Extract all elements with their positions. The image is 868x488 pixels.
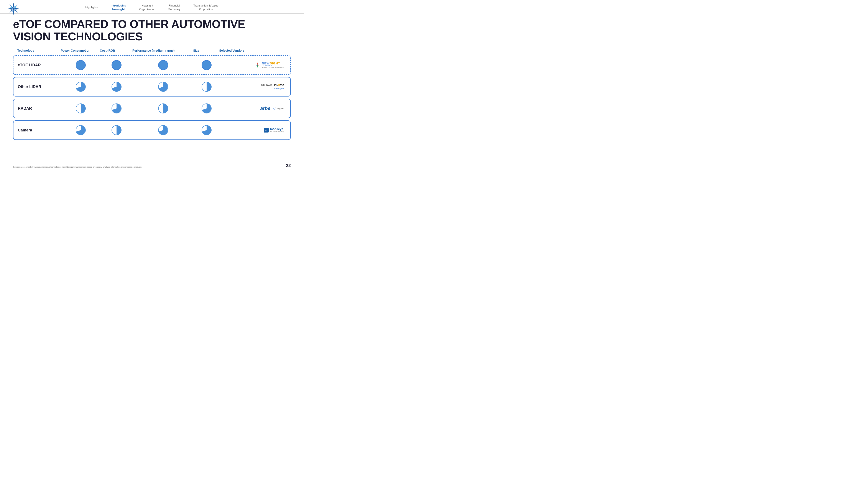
row-camera: Camera xyxy=(13,120,291,140)
svg-marker-23 xyxy=(256,63,257,65)
svg-marker-20 xyxy=(257,65,258,68)
other-lidar-performance xyxy=(133,81,193,92)
nav-organization[interactable]: NewsightOrganization xyxy=(139,4,155,11)
radar-power xyxy=(61,103,100,114)
logo xyxy=(6,2,21,17)
svg-marker-25 xyxy=(258,63,259,65)
other-lidar-size xyxy=(193,81,220,92)
newsight-logo: NEWSIGHT IMAGING WHERE TECHNOLOGY SHINES xyxy=(254,62,284,69)
camera-size xyxy=(193,125,220,136)
vayyar-logo: ◁) vayyar xyxy=(273,107,284,110)
col-size: Size xyxy=(193,49,219,52)
page-title: eTOF COMPARED TO OTHER AUTOMOTIVE VISION… xyxy=(13,18,291,43)
other-lidar-power xyxy=(61,81,100,92)
col-vendors: Selected Vendors xyxy=(219,49,286,52)
etof-size xyxy=(193,59,220,71)
col-performance: Performance (medium range) xyxy=(132,49,193,52)
nav-financial[interactable]: FinancialSummary xyxy=(168,4,181,11)
svg-point-14 xyxy=(15,6,16,8)
svg-point-12 xyxy=(12,8,15,10)
table-header: Technology Power Consumption Cost (ROI) … xyxy=(13,47,291,54)
col-technology: Technology xyxy=(18,49,61,52)
svg-point-17 xyxy=(158,60,168,70)
row-etof-lidar: eTOF LiDAR xyxy=(13,55,291,75)
main-content: eTOF COMPARED TO OTHER AUTOMOTIVE VISION… xyxy=(0,14,304,144)
svg-marker-22 xyxy=(258,65,260,65)
svg-point-16 xyxy=(112,60,121,70)
nav-highlights[interactable]: Highlights xyxy=(85,6,98,9)
col-power: Power Consumption xyxy=(61,49,100,52)
luminar-logo: LUMINAR xyxy=(260,84,272,86)
nav-introducing[interactable]: IntroducingNewsight xyxy=(111,4,126,11)
row-radar: RADAR xyxy=(13,99,291,118)
camera-vendors: m mobileye An Intel Company xyxy=(220,128,286,133)
tech-name-radar: RADAR xyxy=(18,106,61,111)
radar-vendors: arbe ◁) vayyar xyxy=(220,106,286,111)
radar-cost xyxy=(100,103,133,114)
arbe-logo: arbe xyxy=(260,106,270,111)
velodyne-logo: Velodyne xyxy=(274,87,284,90)
footer: Source: Assessment of various automotive… xyxy=(13,163,291,168)
svg-point-15 xyxy=(76,60,86,70)
row-other-lidar: Other LiDAR xyxy=(13,77,291,97)
mobileye-logo: m mobileye An Intel Company xyxy=(264,128,284,133)
camera-cost xyxy=(100,125,133,136)
svg-marker-24 xyxy=(258,65,259,67)
svg-marker-21 xyxy=(255,65,257,65)
other-lidar-vendors: LUMINAR INNOVIZ Velodyne xyxy=(220,84,286,90)
camera-power xyxy=(61,125,100,136)
navigation-bar: Highlights IntroducingNewsight NewsightO… xyxy=(0,0,304,14)
source-text: Source: Assessment of various automotive… xyxy=(13,166,142,168)
etof-cost xyxy=(100,59,133,71)
svg-marker-26 xyxy=(256,65,257,67)
svg-point-18 xyxy=(202,60,211,70)
svg-marker-19 xyxy=(257,62,258,65)
svg-point-13 xyxy=(11,6,12,8)
tech-name-other-lidar: Other LiDAR xyxy=(18,85,61,89)
radar-performance xyxy=(133,103,193,114)
etof-vendors: NEWSIGHT IMAGING WHERE TECHNOLOGY SHINES xyxy=(220,62,286,69)
tech-name-camera: Camera xyxy=(18,128,61,132)
camera-performance xyxy=(133,125,193,136)
tech-name-etof: eTOF LiDAR xyxy=(18,63,61,67)
col-cost: Cost (ROI) xyxy=(100,49,132,52)
page-number: 22 xyxy=(286,163,291,168)
innoviz-logo: INNOVIZ xyxy=(274,84,284,86)
etof-performance xyxy=(133,59,193,71)
etof-power xyxy=(61,59,100,71)
lidar-vendors-list: LUMINAR INNOVIZ Velodyne xyxy=(260,84,284,90)
svg-point-27 xyxy=(257,65,258,66)
other-lidar-cost xyxy=(100,81,133,92)
radar-size xyxy=(193,103,220,114)
nav-transaction[interactable]: Transaction & ValueProposition xyxy=(193,4,219,11)
